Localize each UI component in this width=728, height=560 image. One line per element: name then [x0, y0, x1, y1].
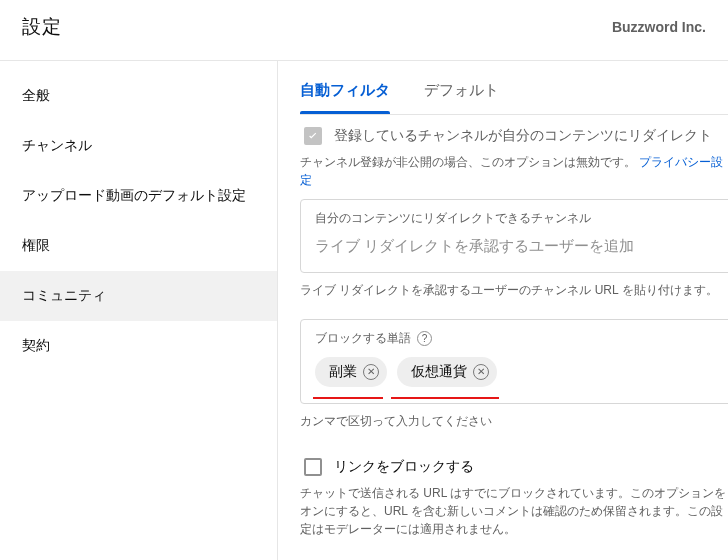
tabs: 自動フィルタ デフォルト — [300, 75, 728, 115]
sidebar-item-upload-defaults[interactable]: アップロード動画のデフォルト設定 — [0, 171, 277, 221]
tab-auto-filter[interactable]: 自動フィルタ — [300, 75, 390, 114]
sidebar-item-general[interactable]: 全般 — [0, 71, 277, 121]
brand-label: Buzzword Inc. — [612, 19, 708, 35]
redirect-help: チャンネル登録が非公開の場合、このオプションは無効です。 プライバシー設定 — [300, 147, 728, 199]
chip-label: 副業 — [329, 363, 357, 381]
blocked-words-help: カンマで区切って入力してください — [300, 404, 728, 440]
chip-label: 仮想通貨 — [411, 363, 467, 381]
blocked-words-label: ブロックする単語 — [315, 330, 411, 347]
blocked-words-panel: ブロックする単語 ? 副業 ✕ 仮想通貨 ✕ — [300, 319, 728, 404]
tab-default[interactable]: デフォルト — [424, 75, 499, 114]
chip-remove-icon[interactable]: ✕ — [363, 364, 379, 380]
annotation-underline — [391, 397, 499, 399]
check-icon — [306, 129, 320, 143]
annotation-underline — [313, 397, 383, 399]
redirect-users-title: 自分のコンテンツにリダイレクトできるチャンネル — [315, 210, 723, 227]
redirect-users-panel: 自分のコンテンツにリダイレクトできるチャンネル ライブ リダイレクトを承認するユ… — [300, 199, 728, 273]
sidebar-item-community[interactable]: コミュニティ — [0, 271, 277, 321]
block-links-label: リンクをブロックする — [334, 458, 474, 476]
chip-blocked-word: 副業 ✕ — [315, 357, 387, 387]
sidebar-item-channel[interactable]: チャンネル — [0, 121, 277, 171]
redirect-checkbox[interactable] — [304, 127, 322, 145]
block-links-checkbox[interactable] — [304, 458, 322, 476]
settings-sidebar: 全般 チャンネル アップロード動画のデフォルト設定 権限 コミュニティ 契約 — [0, 61, 278, 560]
sidebar-item-agreements[interactable]: 契約 — [0, 321, 277, 371]
redirect-panel-help: ライブ リダイレクトを承認するユーザーのチャンネル URL を貼り付けます。 — [300, 273, 728, 309]
sidebar-item-permissions[interactable]: 権限 — [0, 221, 277, 271]
help-icon[interactable]: ? — [417, 331, 432, 346]
block-links-help: チャットで送信される URL はすでにブロックされています。このオプションをオン… — [300, 478, 728, 548]
redirect-users-input[interactable]: ライブ リダイレクトを承認するユーザーを追加 — [315, 237, 723, 256]
chip-blocked-word: 仮想通貨 ✕ — [397, 357, 497, 387]
redirect-checkbox-label: 登録しているチャンネルが自分のコンテンツにリダイレクト — [334, 127, 712, 145]
page-title: 設定 — [22, 14, 62, 40]
chip-remove-icon[interactable]: ✕ — [473, 364, 489, 380]
